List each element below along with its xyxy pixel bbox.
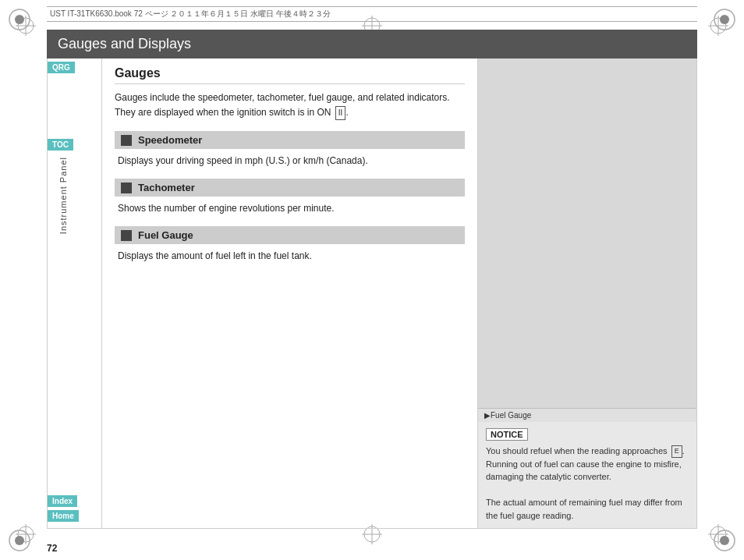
sidebar-vertical-text: Instrument Panel	[58, 157, 68, 234]
tachometer-text: Shows the number of engine revolutions p…	[115, 201, 465, 215]
section-title: Gauges	[115, 66, 465, 84]
home-badge[interactable]: Home	[48, 510, 79, 522]
empty-icon: E	[671, 445, 682, 458]
header-file-info: UST IT-31TK6630.book 72 ページ ２０１１年６月１５日 水…	[50, 9, 331, 19]
svg-point-19	[15, 536, 24, 545]
svg-point-21	[720, 536, 729, 545]
header-bar: UST IT-31TK6630.book 72 ページ ２０１１年６月１５日 水…	[47, 6, 697, 22]
intro-text-content: Gauges include the speedometer, tachomet…	[115, 92, 450, 118]
fuel-gauge-image	[478, 58, 696, 408]
fuel-gauge-icon	[121, 230, 132, 241]
speedometer-icon	[121, 135, 132, 146]
ignition-icon: II	[335, 106, 346, 120]
circle-mark-tl	[8, 8, 31, 31]
speedometer-header: Speedometer	[115, 131, 465, 149]
tachometer-icon	[121, 183, 132, 193]
page-number: 72	[47, 543, 57, 554]
svg-point-25	[720, 15, 729, 24]
toc-badge[interactable]: TOC	[48, 139, 73, 151]
fuel-gauge-header: Fuel Gauge	[115, 226, 465, 244]
fuel-gauge-label: Fuel Gauge	[138, 229, 193, 241]
notice-box: NOTICE You should refuel when the readin…	[478, 422, 696, 528]
speedometer-label: Speedometer	[138, 134, 202, 146]
tachometer-label: Tachometer	[138, 182, 195, 193]
index-badge[interactable]: Index	[48, 495, 77, 507]
content-area: Gauges and Displays QRG TOC Instrument P…	[47, 30, 697, 529]
notice-title: NOTICE	[486, 428, 528, 441]
right-panel: ▶Fuel Gauge NOTICE You should refuel whe…	[478, 58, 696, 528]
svg-point-23	[15, 15, 24, 24]
main-content: Gauges Gauges include the speedometer, t…	[102, 58, 478, 528]
page: UST IT-31TK6630.book 72 ページ ２０１１年６月１５日 水…	[0, 0, 744, 560]
right-panel-caption: ▶Fuel Gauge	[478, 408, 696, 422]
left-sidebar: QRG TOC Instrument Panel Index Home	[48, 58, 102, 528]
circle-mark-br	[713, 529, 736, 552]
fuel-gauge-text: Displays the amount of fuel left in the …	[115, 249, 465, 263]
notice-text: You should refuel when the reading appro…	[486, 445, 689, 522]
body-layout: QRG TOC Instrument Panel Index Home Gaug…	[47, 58, 697, 529]
speedometer-text: Displays your driving speed in mph (U.S.…	[115, 154, 465, 168]
circle-mark-bl	[8, 529, 31, 552]
intro-text: Gauges include the speedometer, tachomet…	[115, 90, 465, 120]
tachometer-header: Tachometer	[115, 179, 465, 197]
qrg-badge[interactable]: QRG	[48, 62, 75, 73]
page-title: Gauges and Displays	[47, 30, 697, 58]
circle-mark-tr	[713, 8, 736, 31]
